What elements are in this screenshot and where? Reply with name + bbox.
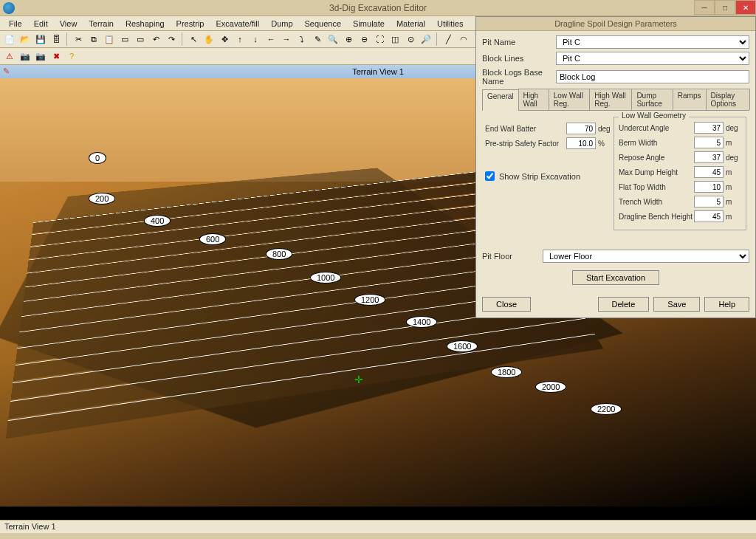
cut-icon[interactable]: ✂ [72, 32, 85, 46]
rotate-icon[interactable]: ⤵ [295, 32, 309, 46]
menu-edit[interactable]: Edit [28, 18, 54, 30]
block-logs-input[interactable] [556, 70, 749, 83]
pitfloor-select[interactable]: Lower Floor [543, 250, 749, 263]
polyline-icon[interactable]: ╱ [441, 32, 455, 46]
menu-reshaping[interactable]: Reshaping [120, 18, 171, 30]
start-excavation-button[interactable]: Start Excavation [572, 270, 659, 285]
camera1-icon[interactable]: 📷 [18, 49, 32, 63]
block-lines-select[interactable]: Pit C [556, 52, 749, 65]
lowwall-group: Low Wall Geometry Undercut Angle deg Ber… [614, 117, 746, 230]
zoomout-icon[interactable]: ⊖ [357, 32, 371, 46]
menu-view[interactable]: View [54, 18, 83, 30]
endwall-label: End Wall Batter [485, 125, 566, 133]
camera2-icon[interactable]: 📷 [34, 49, 47, 63]
menu-excavate[interactable]: Excavate/fill [210, 18, 265, 30]
fit-icon[interactable]: ⊙ [404, 32, 417, 46]
flattop-unit: m [724, 183, 741, 191]
berm-unit: m [724, 139, 741, 147]
edit-icon[interactable]: ✎ [3, 66, 10, 76]
saveall-icon[interactable]: 🗄 [49, 32, 63, 46]
menu-sequence[interactable]: Sequence [299, 18, 348, 30]
zoomregion-icon[interactable]: ◫ [388, 32, 402, 46]
trench-input[interactable] [694, 196, 724, 207]
maxdump-input[interactable] [694, 166, 724, 178]
undercut-input[interactable] [694, 122, 724, 134]
dialog-delete-button[interactable]: Delete [598, 297, 650, 312]
paste-icon[interactable]: 📋 [103, 32, 116, 46]
prestrip-input[interactable] [566, 137, 596, 149]
show-strip-checkbox[interactable] [485, 171, 495, 181]
save-icon[interactable]: 💾 [34, 32, 47, 46]
undercut-label: Undercut Angle [619, 124, 694, 132]
select-icon[interactable]: ▭ [118, 32, 131, 46]
berm-input[interactable] [694, 137, 724, 148]
arc-icon[interactable]: ◠ [457, 32, 470, 46]
open-icon[interactable]: 📂 [18, 32, 32, 46]
close-button[interactable]: ✕ [735, 0, 756, 15]
zoomsel-icon[interactable]: 🔎 [419, 32, 433, 46]
maximize-button[interactable]: □ [715, 0, 735, 15]
pit-name-select[interactable]: Pit C [556, 35, 749, 49]
tab-ramps[interactable]: Ramps [673, 89, 707, 110]
tab-lowwallreg[interactable]: Low Wall Reg. [549, 89, 591, 110]
undercut-unit: deg [724, 124, 741, 132]
dialog-save-button[interactable]: Save [653, 297, 700, 312]
dialog-close-button[interactable]: Close [482, 297, 531, 312]
left-icon[interactable]: ← [264, 32, 278, 46]
menu-material[interactable]: Material [391, 18, 431, 30]
new-icon[interactable]: 📄 [3, 32, 16, 46]
bench-input[interactable] [694, 210, 724, 222]
tab-dumpsurface[interactable]: Dump Surface [631, 89, 673, 110]
copy-icon[interactable]: ⧉ [87, 32, 100, 46]
distance-label: 2000 [535, 381, 566, 393]
zoom-icon[interactable]: 🔍 [326, 32, 340, 46]
undo-icon[interactable]: ↶ [149, 32, 162, 46]
hand-icon[interactable]: ✋ [202, 32, 216, 46]
dialog-tabs: General High Wall Low Wall Reg. High Wal… [482, 89, 749, 111]
delete-icon[interactable]: ✖ [49, 49, 63, 63]
menu-dump[interactable]: Dump [265, 18, 298, 30]
tab-highwallreg[interactable]: High Wall Reg. [589, 89, 632, 110]
right-icon[interactable]: → [280, 32, 293, 46]
menu-utilities[interactable]: Utilities [431, 18, 469, 30]
select2-icon[interactable]: ▭ [134, 32, 147, 46]
down-icon[interactable]: ↓ [249, 32, 262, 46]
repose-input[interactable] [694, 151, 724, 163]
zoomin-icon[interactable]: ⊕ [342, 32, 355, 46]
menu-simulate[interactable]: Simulate [347, 18, 391, 30]
prestrip-label: Pre-strip Safety Factor [485, 140, 566, 148]
block-lines-label: Block Lines [482, 54, 556, 63]
flattop-input[interactable] [694, 181, 724, 193]
app-icon [3, 2, 15, 14]
pointer-icon[interactable]: ↖ [187, 32, 200, 46]
tab-general[interactable]: General [482, 89, 519, 111]
wand-icon[interactable]: ✎ [311, 32, 324, 46]
title-bar: 3d-Dig Excavation Editor ─ □ ✕ [0, 0, 756, 16]
redo-icon[interactable]: ↷ [165, 32, 178, 46]
pitfloor-label: Pit Floor [482, 252, 543, 261]
up-icon[interactable]: ↑ [233, 32, 247, 46]
maxdump-unit: m [724, 168, 741, 176]
menu-file[interactable]: File [3, 18, 28, 30]
menu-terrain[interactable]: Terrain [83, 18, 120, 30]
endwall-input[interactable] [566, 123, 596, 134]
show-strip-label: Show Strip Excavation [499, 172, 580, 181]
block-logs-label: Block Logs Base Name [482, 68, 556, 86]
move-icon[interactable]: ✥ [218, 32, 231, 46]
distance-label: 0 [89, 152, 106, 164]
minimize-button[interactable]: ─ [694, 0, 715, 15]
pit-name-label: Pit Name [482, 38, 556, 47]
zoomfit-icon[interactable]: ⛶ [373, 32, 386, 46]
dialog-title: Dragline Spoil Design Parameters [476, 17, 755, 31]
distance-label: 200 [89, 193, 115, 205]
warning-icon[interactable]: ⚠ [3, 49, 16, 63]
menu-prestrip[interactable]: Prestrip [171, 18, 210, 30]
help-icon[interactable]: ? [65, 49, 78, 63]
window-controls: ─ □ ✕ [694, 0, 756, 15]
bench-unit: m [724, 213, 741, 221]
status-bar: Terrain View 1 [0, 520, 756, 533]
dialog-help-button[interactable]: Help [704, 297, 749, 312]
cursor-icon: ✛ [354, 374, 363, 385]
tab-highwall[interactable]: High Wall [518, 89, 549, 110]
tab-display[interactable]: Display Options [706, 89, 751, 110]
